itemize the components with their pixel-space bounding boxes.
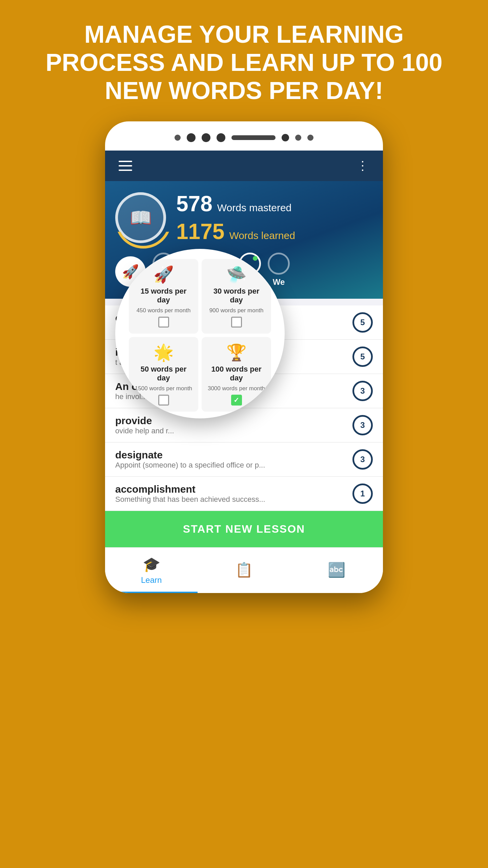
phone-dot-4 bbox=[217, 133, 225, 142]
word-item-accomplishment[interactable]: accomplishment Something that has been a… bbox=[105, 477, 383, 511]
plan-checkbox-100[interactable] bbox=[231, 395, 242, 406]
phone-wrapper: ⋮ 📖 578 Words mastered 1175 Words learne… bbox=[105, 121, 383, 868]
stats-panel: 📖 578 Words mastered 1175 Words learned … bbox=[105, 181, 383, 299]
word-left-accomplishment: accomplishment Something that has been a… bbox=[115, 484, 265, 504]
phone-dot-5 bbox=[295, 135, 301, 141]
word-left-designate: designate Appoint (someone) to a specifi… bbox=[115, 449, 265, 470]
practice-icon: 📋 bbox=[235, 561, 253, 578]
more-options-icon[interactable]: ⋮ bbox=[357, 159, 369, 173]
plan-popup-circle: 🚀 15 words per day 450 words per month 🛸… bbox=[115, 249, 285, 418]
circular-progress: 📖 bbox=[115, 192, 166, 243]
hamburger-menu-icon[interactable] bbox=[119, 161, 132, 171]
word-badge-involve: 5 bbox=[352, 347, 373, 367]
headline: MANAGE YOUR LEARNING PROCESS AND LEARN U… bbox=[0, 0, 488, 121]
word-text-designate: designate bbox=[115, 449, 265, 461]
plan-title-30: 30 words per day bbox=[206, 287, 266, 304]
word-def-accomplishment: Something that has been achieved success… bbox=[115, 495, 265, 504]
learned-label: Words learned bbox=[229, 230, 295, 241]
word-def-provide: ovide help and r... bbox=[115, 427, 174, 435]
plan-subtitle-15: 450 words per month bbox=[137, 307, 191, 314]
learn-label: Learn bbox=[141, 575, 162, 585]
bottom-nav: 🎓 Learn 📋 🔤 bbox=[105, 547, 383, 593]
word-badge-designate: 3 bbox=[352, 449, 373, 470]
plan-subtitle-50: 1500 words per month bbox=[135, 385, 192, 392]
word-badge-organize: 5 bbox=[352, 312, 373, 333]
phone-camera bbox=[282, 134, 289, 141]
plan-checkbox-50[interactable] bbox=[158, 395, 169, 406]
nav-item-practice[interactable]: 📋 bbox=[198, 548, 290, 593]
book-icon: 📖 bbox=[130, 208, 152, 228]
phone-dot-6 bbox=[307, 135, 313, 141]
phone-dot-1 bbox=[175, 135, 181, 141]
plan-subtitle-100: 3000 words per month bbox=[208, 385, 265, 392]
phone-dot-2 bbox=[187, 133, 196, 142]
dictionary-icon: 🔤 bbox=[328, 561, 345, 578]
plan-rocket-50: 🌟 bbox=[154, 343, 174, 362]
word-badge-provide: 3 bbox=[352, 415, 373, 435]
mastered-label: Words mastered bbox=[217, 202, 292, 214]
plan-card-100[interactable]: 🏆 100 words per day 3000 words per month bbox=[202, 337, 271, 412]
plan-title-15: 15 words per day bbox=[134, 287, 194, 304]
learn-icon: 🎓 bbox=[143, 556, 160, 573]
word-badge-anorg: 3 bbox=[352, 381, 373, 401]
plan-card-50[interactable]: 🌟 50 words per day 1500 words per month bbox=[129, 337, 198, 412]
phone-frame: ⋮ 📖 578 Words mastered 1175 Words learne… bbox=[105, 121, 383, 593]
word-badge-accomplishment: 1 bbox=[352, 484, 373, 504]
nav-item-learn[interactable]: 🎓 Learn bbox=[105, 548, 198, 593]
nav-item-dictionary[interactable]: 🔤 bbox=[290, 548, 383, 593]
mastered-row: 578 Words mastered bbox=[176, 191, 295, 216]
word-text-accomplishment: accomplishment bbox=[115, 484, 265, 495]
phone-dot-3 bbox=[202, 133, 210, 142]
learned-number: 1175 bbox=[176, 219, 224, 244]
plan-rocket-30: 🛸 bbox=[226, 265, 247, 284]
word-def-designate: Appoint (someone) to a specified office … bbox=[115, 461, 265, 470]
stats-numbers: 578 Words mastered 1175 Words learned bbox=[176, 191, 295, 244]
plan-title-50: 50 words per day bbox=[134, 365, 194, 382]
start-lesson-button[interactable]: START NEW LESSON bbox=[105, 511, 383, 547]
stats-top: 📖 578 Words mastered 1175 Words learned bbox=[115, 191, 373, 244]
phone-top-bar bbox=[105, 133, 383, 151]
plan-checkbox-30[interactable] bbox=[231, 317, 242, 328]
plan-rocket-15: 🚀 bbox=[154, 265, 174, 284]
plan-checkbox-15[interactable] bbox=[158, 317, 169, 328]
plan-popup-overlay: 🚀 15 words per day 450 words per month 🛸… bbox=[115, 249, 285, 418]
app-bar: ⋮ bbox=[105, 151, 383, 181]
plan-subtitle-30: 900 words per month bbox=[209, 307, 264, 314]
mastered-number: 578 bbox=[176, 191, 212, 216]
phone-speaker bbox=[231, 135, 276, 140]
plan-title-100: 100 words per day bbox=[206, 365, 266, 382]
plan-card-30[interactable]: 🛸 30 words per day 900 words per month bbox=[202, 259, 271, 334]
word-item-designate[interactable]: designate Appoint (someone) to a specifi… bbox=[105, 442, 383, 477]
learned-row: 1175 Words learned bbox=[176, 219, 295, 244]
plan-rocket-100: 🏆 bbox=[226, 343, 247, 362]
plan-card-15[interactable]: 🚀 15 words per day 450 words per month bbox=[129, 259, 198, 334]
